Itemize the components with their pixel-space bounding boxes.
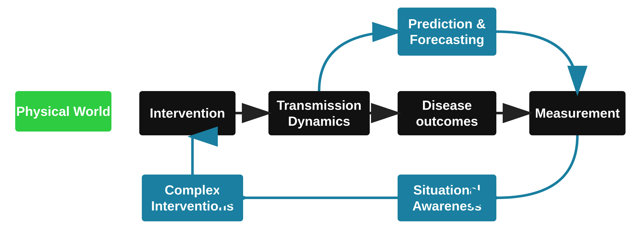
physical-world-label: Physical World bbox=[16, 103, 110, 119]
measurement-label: Measurement bbox=[535, 105, 620, 121]
physical-world-box: Physical World bbox=[15, 91, 111, 132]
arrow-measurement-situational bbox=[496, 135, 577, 198]
disease-outcomes-box: Disease outcomes bbox=[398, 91, 496, 135]
intervention-box: Intervention bbox=[139, 91, 236, 135]
arrow-prediction-measurement bbox=[496, 32, 577, 91]
transmission-dynamics-box: Transmission Dynamics bbox=[268, 91, 370, 135]
situational-label: Situational Awareness bbox=[412, 182, 482, 214]
prediction-forecasting-box: Prediction & Forecasting bbox=[398, 8, 496, 56]
complex-interventions-box: Complex Interventions bbox=[142, 175, 243, 221]
disease-outcomes-label: Disease outcomes bbox=[416, 97, 478, 129]
prediction-label: Prediction & Forecasting bbox=[408, 16, 486, 48]
arrow-transmission-prediction bbox=[319, 32, 398, 91]
diagram-container: Physical World Intervention Transmission… bbox=[0, 0, 644, 236]
transmission-label: Transmission Dynamics bbox=[277, 97, 361, 129]
complex-label: Complex Interventions bbox=[151, 182, 234, 214]
measurement-box: Measurement bbox=[529, 91, 626, 135]
situational-awareness-box: Situational Awareness bbox=[398, 175, 496, 221]
intervention-label: Intervention bbox=[150, 105, 225, 121]
